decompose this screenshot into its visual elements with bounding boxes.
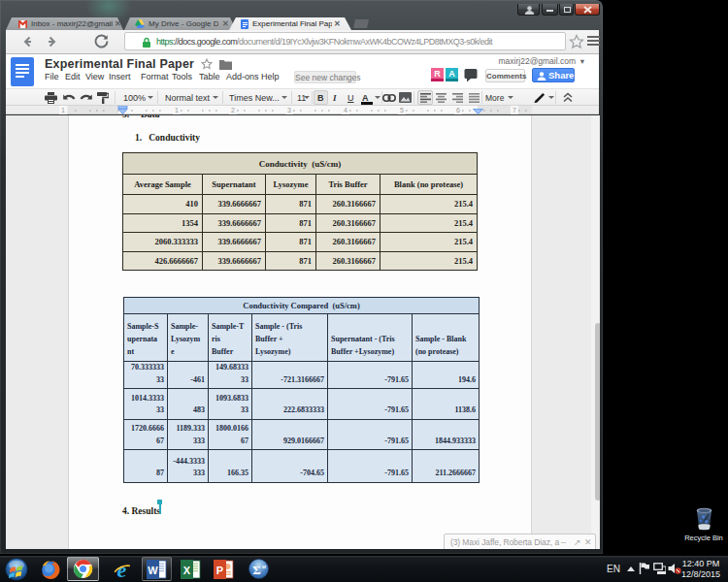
svg-text:X: X: [183, 565, 191, 576]
svg-text:Σ: Σ: [252, 563, 261, 577]
svg-text:P: P: [216, 565, 223, 576]
svg-text:α: α: [262, 563, 266, 570]
svg-text:W: W: [148, 565, 158, 576]
